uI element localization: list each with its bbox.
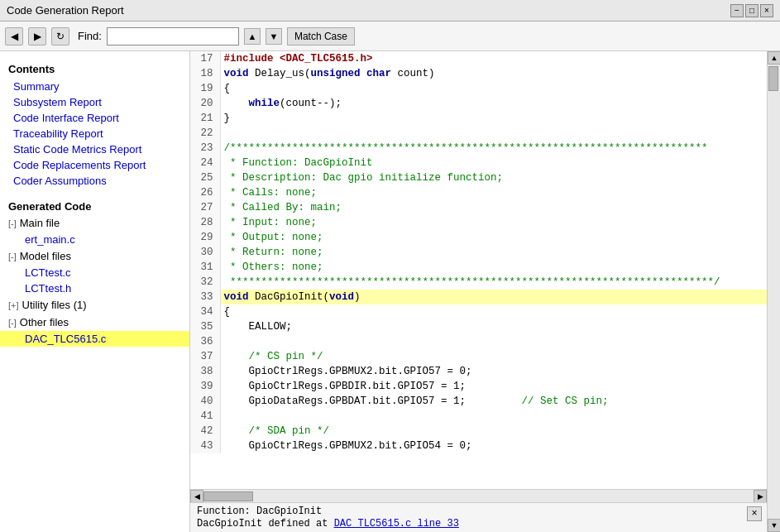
vscroll-track[interactable]: [768, 65, 780, 519]
sidebar-ert-main[interactable]: ert_main.c: [0, 232, 189, 247]
code-table: 17#include <DAC_TLC5615.h>18void Delay_u…: [190, 51, 767, 453]
other-files-group[interactable]: [-] Other files: [0, 314, 189, 331]
sidebar-dac-tlc5615-c[interactable]: DAC_TLC5615.c: [0, 331, 189, 347]
table-row: 19{: [190, 81, 767, 96]
titlebar-title: Code Generation Report: [7, 4, 124, 17]
table-row: 32 *************************************…: [190, 275, 767, 290]
utility-files-group[interactable]: [+] Utility files (1): [0, 296, 189, 314]
model-files-group[interactable]: [-] Model files: [0, 247, 189, 265]
find-next-button[interactable]: ▼: [266, 28, 282, 45]
table-row: 43 GpioCtrlRegs.GPBMUX2.bit.GPIO54 = 0;: [190, 439, 767, 453]
table-row: 22: [190, 126, 767, 141]
hscroll-right-arrow[interactable]: ▶: [754, 490, 767, 503]
table-row: 17#include <DAC_TLC5615.h>: [190, 51, 767, 66]
table-row: 26 * Calls: none;: [190, 185, 767, 200]
hscroll-thumb[interactable]: [203, 491, 253, 501]
table-row: 38 GpioCtrlRegs.GPBMUX2.bit.GPIO57 = 0;: [190, 364, 767, 379]
code-scroll[interactable]: 17#include <DAC_TLC5615.h>18void Delay_u…: [190, 51, 767, 489]
table-row: 37 /* CS pin */: [190, 349, 767, 364]
sidebar: Contents Summary Subsystem Report Code I…: [0, 51, 190, 532]
status-close-button[interactable]: ×: [747, 506, 762, 521]
hscroll-track[interactable]: [203, 491, 754, 502]
find-label: Find:: [78, 30, 102, 42]
table-row: 36: [190, 334, 767, 349]
table-row: 28 * Input: none;: [190, 215, 767, 230]
utility-files-toggle: [+]: [8, 300, 19, 310]
table-row: 25 * Description: Dac gpio initialize fu…: [190, 170, 767, 185]
sidebar-item-summary[interactable]: Summary: [0, 79, 189, 94]
table-row: 23/*************************************…: [190, 141, 767, 156]
nav-refresh-button[interactable]: ↻: [51, 27, 69, 46]
main-file-label: Main file: [20, 217, 60, 229]
sidebar-item-code-interface[interactable]: Code Interface Report: [0, 110, 189, 126]
table-row: 40 GpioDataRegs.GPBDAT.bit.GPIO57 = 1; /…: [190, 394, 767, 409]
find-input[interactable]: [107, 27, 239, 46]
generated-code-title: Generated Code: [0, 195, 189, 214]
vscroll-thumb[interactable]: [768, 66, 778, 91]
vscroll-up-arrow[interactable]: ▲: [768, 51, 780, 65]
nav-back-button[interactable]: ◀: [5, 27, 23, 46]
table-row: 35 EALLOW;: [190, 319, 767, 334]
table-row: 41: [190, 409, 767, 424]
table-row: 30 * Return: none;: [190, 245, 767, 260]
statusbar: Function: DacGpioInit DacGpioInit define…: [190, 502, 767, 532]
toolbar: ◀ ▶ ↻ Find: ▲ ▼ Match Case: [0, 22, 780, 51]
table-row: 33void DacGpioInit(void): [190, 290, 767, 304]
titlebar: Code Generation Report − □ ×: [0, 0, 780, 22]
vertical-scrollbar[interactable]: ▲ ▼: [767, 51, 780, 532]
table-row: 34{: [190, 304, 767, 319]
table-row: 31 * Others: none;: [190, 260, 767, 275]
hscroll-left-arrow[interactable]: ◀: [190, 490, 203, 503]
match-case-button[interactable]: Match Case: [287, 27, 355, 46]
table-row: 39 GpioCtrlRegs.GPBDIR.bit.GPIO57 = 1;: [190, 379, 767, 394]
sidebar-item-static-code[interactable]: Static Code Metrics Report: [0, 141, 189, 157]
sidebar-lcttest-c[interactable]: LCTtest.c: [0, 265, 189, 280]
sidebar-item-code-replacements[interactable]: Code Replacements Report: [0, 157, 189, 173]
horizontal-scrollbar[interactable]: ◀ ▶: [190, 489, 767, 502]
other-files-toggle: [-]: [8, 318, 17, 328]
table-row: 20 while(count--);: [190, 96, 767, 111]
table-row: 29 * Output: none;: [190, 230, 767, 245]
find-prev-button[interactable]: ▲: [244, 28, 261, 45]
model-files-label: Model files: [20, 250, 71, 262]
main-file-group[interactable]: [-] Main file: [0, 214, 189, 232]
table-row: 21}: [190, 111, 767, 126]
status-line2: DacGpioInit defined at DAC_TLC5615.c lin…: [197, 518, 459, 530]
other-files-label: Other files: [20, 316, 69, 328]
maximize-button[interactable]: □: [745, 4, 758, 17]
vscroll-down-arrow[interactable]: ▼: [768, 519, 780, 532]
code-area: 17#include <DAC_TLC5615.h>18void Delay_u…: [190, 51, 767, 532]
utility-files-label: Utility files (1): [22, 299, 87, 311]
minimize-button[interactable]: −: [730, 4, 744, 17]
sidebar-item-coder-assumptions[interactable]: Coder Assumptions: [0, 173, 189, 189]
sidebar-lcttest-h[interactable]: LCTtest.h: [0, 280, 189, 296]
sidebar-item-subsystem-report[interactable]: Subsystem Report: [0, 94, 189, 110]
titlebar-controls: − □ ×: [730, 4, 773, 17]
contents-title: Contents: [0, 58, 189, 79]
table-row: 42 /* SDA pin */: [190, 424, 767, 439]
sidebar-item-traceability[interactable]: Traceability Report: [0, 126, 189, 141]
nav-forward-button[interactable]: ▶: [28, 27, 46, 46]
model-files-toggle: [-]: [8, 252, 17, 261]
table-row: 18void Delay_us(unsigned char count): [190, 66, 767, 81]
status-line2-prefix: DacGpioInit defined at: [197, 518, 334, 530]
status-line2-link[interactable]: DAC_TLC5615.c line 33: [334, 518, 459, 530]
status-line1: Function: DacGpioInit: [197, 506, 322, 517]
close-button[interactable]: ×: [760, 4, 773, 17]
table-row: 24 * Function: DacGpioInit: [190, 156, 767, 170]
table-row: 27 * Called By: main;: [190, 200, 767, 215]
main-file-toggle: [-]: [8, 218, 17, 228]
main-layout: Contents Summary Subsystem Report Code I…: [0, 51, 780, 532]
